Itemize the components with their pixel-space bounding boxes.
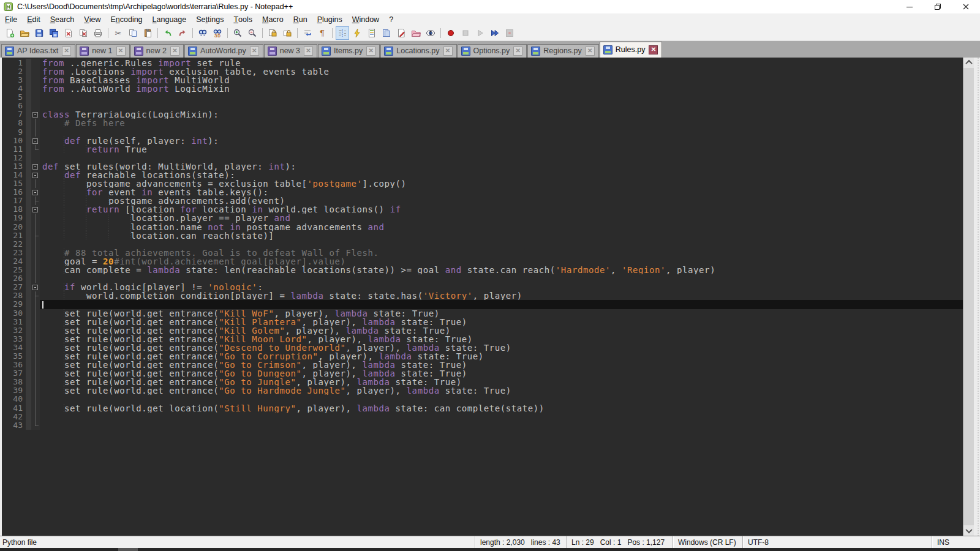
scrollbar-track[interactable] <box>963 68 974 525</box>
tab-close-icon[interactable]: ✕ <box>170 47 179 56</box>
tab-ap-ideas-txt[interactable]: AP Ideas.txt✕ <box>1 44 75 58</box>
macro-play-icon[interactable] <box>473 26 487 40</box>
bookmark-margin[interactable] <box>26 154 31 162</box>
status-insert-mode[interactable]: INS <box>932 536 980 548</box>
doc-map-icon[interactable] <box>365 26 379 40</box>
bookmark-margin[interactable] <box>26 413 31 421</box>
code-text[interactable]: class TerrariaLogic(LogicMixin): <box>40 110 963 119</box>
scroll-up-icon[interactable] <box>963 58 974 68</box>
close-file-icon[interactable] <box>62 26 75 40</box>
restore-icon[interactable] <box>924 0 952 13</box>
code-text[interactable]: def reachable_locations(state): <box>40 171 963 179</box>
code-text[interactable] <box>40 274 963 283</box>
bookmark-margin[interactable] <box>26 223 31 231</box>
tab-new-2[interactable]: new 2✕ <box>130 44 184 58</box>
new-file-icon[interactable] <box>3 26 17 40</box>
menu-search[interactable]: Search <box>45 13 80 26</box>
fold-collapse-icon[interactable] <box>31 205 40 214</box>
taskbar-button[interactable] <box>118 548 138 551</box>
status-eol-format[interactable]: Windows (CR LF) <box>673 536 742 548</box>
code-editor[interactable]: 1from ..generic.Rules import set_rule2fr… <box>2 58 963 536</box>
tab-close-icon[interactable]: ✕ <box>116 47 126 56</box>
code-text[interactable] <box>40 395 963 403</box>
menu-language[interactable]: Language <box>148 13 192 26</box>
code-text[interactable]: for event in events_table.keys(): <box>40 188 963 197</box>
paste-icon[interactable] <box>141 26 154 40</box>
function-list-icon[interactable] <box>350 26 364 40</box>
show-all-chars-icon[interactable]: ¶ <box>315 26 329 40</box>
bookmark-margin[interactable] <box>26 162 31 171</box>
code-text[interactable]: # 88 total achievements. Goal is to defe… <box>40 249 963 257</box>
tab-close-icon[interactable]: ✕ <box>250 47 259 56</box>
scroll-down-icon[interactable] <box>963 525 974 536</box>
bookmark-margin[interactable] <box>26 110 31 119</box>
code-text[interactable]: return [location for location in world.g… <box>40 205 963 214</box>
fold-collapse-icon[interactable] <box>31 188 40 197</box>
macro-multi-run-icon[interactable] <box>488 26 502 40</box>
tab-new-3[interactable]: new 3✕ <box>264 44 317 58</box>
macro-save-icon[interactable] <box>503 26 516 40</box>
close-all-icon[interactable] <box>77 26 90 40</box>
indent-guide-icon[interactable] <box>336 26 349 40</box>
tab-close-icon[interactable]: ✕ <box>62 47 71 56</box>
vertical-scrollbar[interactable] <box>963 58 974 536</box>
code-text[interactable]: # Defs here <box>40 119 963 127</box>
code-text[interactable]: set_rule(world.get_entrance("Go to Corru… <box>40 352 963 361</box>
bookmark-margin[interactable] <box>26 76 31 84</box>
doc-modified-icon[interactable] <box>394 26 408 40</box>
tab-new-1[interactable]: new 1✕ <box>76 44 129 58</box>
code-text[interactable]: location.can_reach(state)] <box>40 231 963 240</box>
menu-tools[interactable]: Tools <box>228 13 257 26</box>
bookmark-margin[interactable] <box>26 378 31 386</box>
bookmark-margin[interactable] <box>26 205 31 214</box>
code-text[interactable]: location.name not in postgame_advancemen… <box>40 223 963 231</box>
code-text[interactable]: set_rule(world.get_entrance("Go to Hardm… <box>40 386 963 395</box>
tab-rules-py[interactable]: Rules.py✕ <box>600 42 663 58</box>
menu-run[interactable]: Run <box>288 13 312 26</box>
bookmark-margin[interactable] <box>26 361 31 369</box>
sync-vertical-icon[interactable] <box>266 26 279 40</box>
code-text[interactable]: def rule(self, player: int): <box>40 137 963 145</box>
bookmark-margin[interactable] <box>26 369 31 378</box>
close-icon[interactable] <box>952 0 980 13</box>
bookmark-margin[interactable] <box>26 386 31 395</box>
status-encoding[interactable]: UTF-8 <box>742 536 932 548</box>
macro-record-icon[interactable] <box>444 26 458 40</box>
code-text[interactable] <box>40 300 963 309</box>
code-text[interactable] <box>40 102 963 110</box>
code-text[interactable]: set_rule(world.get_entrance("Kill Golem"… <box>40 326 963 335</box>
save-all-icon[interactable] <box>47 26 61 40</box>
code-text[interactable]: world.completion_condition[player] = lam… <box>40 291 963 300</box>
code-text[interactable]: from BaseClasses import MultiWorld <box>40 76 963 84</box>
bookmark-margin[interactable] <box>26 249 31 257</box>
menu-encoding[interactable]: Encoding <box>105 13 147 26</box>
code-text[interactable]: from .Locations import exclusion_table, … <box>40 67 963 76</box>
code-text[interactable]: postgame_advancements = exclusion_table[… <box>40 179 963 188</box>
bookmark-margin[interactable] <box>26 352 31 361</box>
code-text[interactable]: set_rule(world.get_entrance("Descend to … <box>40 343 963 352</box>
fold-collapse-icon[interactable] <box>31 171 40 179</box>
bookmark-margin[interactable] <box>26 257 31 266</box>
code-text[interactable] <box>40 154 963 162</box>
tab-close-icon[interactable]: ✕ <box>586 47 595 56</box>
menu-plugins[interactable]: Plugins <box>312 13 347 26</box>
code-text[interactable]: set_rule(world.get_entrance("Kill Moon L… <box>40 335 963 343</box>
bookmark-margin[interactable] <box>26 102 31 110</box>
menu-file[interactable]: File <box>0 13 22 26</box>
bookmark-margin[interactable] <box>26 145 31 154</box>
bookmark-margin[interactable] <box>26 326 31 335</box>
folder-workspace-icon[interactable] <box>409 26 423 40</box>
menu-window[interactable]: Window <box>347 13 384 26</box>
code-text[interactable] <box>40 128 963 137</box>
code-text[interactable]: postgame_advancements.add(event) <box>40 197 963 205</box>
bookmark-margin[interactable] <box>26 171 31 179</box>
bookmark-margin[interactable] <box>26 291 31 300</box>
code-text[interactable]: location.player == player and <box>40 214 963 222</box>
code-text[interactable]: from ..generic.Rules import set_rule <box>40 59 963 67</box>
bookmark-margin[interactable] <box>26 240 31 249</box>
file-monitor-icon[interactable] <box>424 26 437 40</box>
bookmark-margin[interactable] <box>26 197 31 205</box>
zoom-out-icon[interactable] <box>246 26 259 40</box>
tab-regions-py[interactable]: Regions.py✕ <box>527 44 599 58</box>
redo-icon[interactable] <box>176 26 189 40</box>
